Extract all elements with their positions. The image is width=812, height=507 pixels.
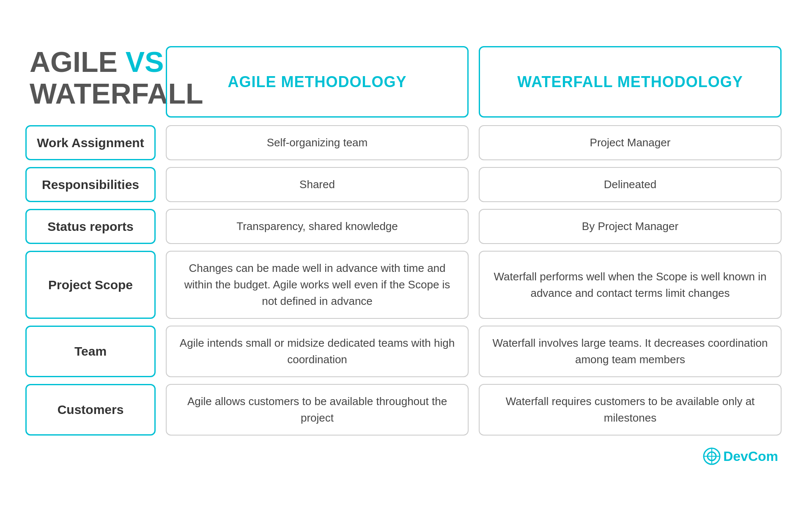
footer: DevCom: [25, 443, 787, 465]
agile-customers-text: Agile allows customers to be available t…: [177, 393, 457, 426]
label-customers: Customers: [25, 384, 156, 436]
agile-responsibilities-text: Shared: [299, 176, 335, 193]
waterfall-status-reports: By Project Manager: [479, 209, 782, 244]
page-container: AGILE VSWATERFALL AGILE METHODOLOGY WATE…: [13, 25, 799, 482]
agile-project-scope-text: Changes can be made well in advance with…: [177, 260, 457, 310]
agile-work-assignment: Self-organizing team: [166, 125, 469, 160]
label-project-scope: Project Scope: [25, 251, 156, 319]
waterfall-responsibilities: Delineated: [479, 167, 782, 202]
waterfall-project-scope: Waterfall performs well when the Scope i…: [479, 251, 782, 319]
devcom-logo: DevCom: [703, 447, 778, 465]
comparison-grid: AGILE VSWATERFALL AGILE METHODOLOGY WATE…: [25, 42, 787, 439]
title-agile: AGILE: [30, 46, 126, 78]
waterfall-customers-text: Waterfall requires customers to be avail…: [490, 393, 770, 426]
agile-status-reports: Transparency, shared knowledge: [166, 209, 469, 244]
devcom-icon: [703, 447, 721, 465]
agile-header-text: AGILE METHODOLOGY: [228, 73, 406, 91]
waterfall-header-text: WATERFALL METHODOLOGY: [517, 73, 743, 91]
agile-work-assignment-text: Self-organizing team: [267, 134, 368, 151]
agile-status-reports-text: Transparency, shared knowledge: [236, 218, 398, 235]
waterfall-customers: Waterfall requires customers to be avail…: [479, 384, 782, 436]
label-customers-text: Customers: [58, 403, 124, 417]
label-team: Team: [25, 326, 156, 377]
agile-team: Agile intends small or midsize dedicated…: [166, 326, 469, 377]
waterfall-responsibilities-text: Delineated: [604, 176, 656, 193]
waterfall-team-text: Waterfall involves large teams. It decre…: [490, 335, 770, 368]
label-status-reports: Status reports: [25, 209, 156, 244]
waterfall-header: WATERFALL METHODOLOGY: [479, 46, 782, 118]
agile-team-text: Agile intends small or midsize dedicated…: [177, 335, 457, 368]
label-responsibilities-text: Responsibilities: [42, 178, 139, 192]
title-vs: VS: [126, 46, 164, 78]
label-project-scope-text: Project Scope: [48, 278, 133, 292]
waterfall-work-assignment-text: Project Manager: [590, 134, 671, 151]
waterfall-team: Waterfall involves large teams. It decre…: [479, 326, 782, 377]
waterfall-project-scope-text: Waterfall performs well when the Scope i…: [490, 269, 770, 301]
agile-project-scope: Changes can be made well in advance with…: [166, 251, 469, 319]
waterfall-work-assignment: Project Manager: [479, 125, 782, 160]
agile-responsibilities: Shared: [166, 167, 469, 202]
agile-customers: Agile allows customers to be available t…: [166, 384, 469, 436]
title-cell: AGILE VSWATERFALL: [25, 42, 161, 122]
label-responsibilities: Responsibilities: [25, 167, 156, 202]
waterfall-status-reports-text: By Project Manager: [582, 218, 678, 235]
label-team-text: Team: [74, 344, 107, 359]
label-status-reports-text: Status reports: [47, 219, 133, 234]
label-work-assignment: Work Assignment: [25, 125, 156, 160]
agile-header: AGILE METHODOLOGY: [166, 46, 469, 118]
devcom-brand-text: DevCom: [723, 449, 778, 464]
label-work-assignment-text: Work Assignment: [37, 136, 144, 150]
